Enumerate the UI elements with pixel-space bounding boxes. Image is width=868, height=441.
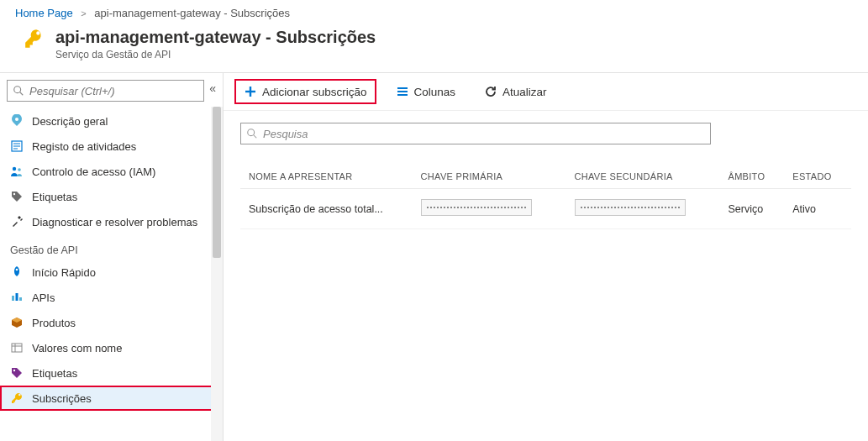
- sidebar-item-iam[interactable]: Controlo de acesso (IAM): [0, 159, 223, 184]
- svg-line-1: [20, 92, 24, 96]
- svg-point-7: [13, 167, 16, 171]
- col-secondary[interactable]: CHAVE SECUNDÁRIA: [566, 165, 720, 189]
- key-icon: [10, 391, 24, 405]
- sidebar-item-activity-log[interactable]: Registo de atividades: [0, 134, 223, 159]
- col-primary[interactable]: CHAVE PRIMÁRIA: [413, 165, 566, 189]
- diagnose-icon: [10, 215, 24, 228]
- svg-point-2: [15, 118, 18, 121]
- sidebar-item-label: Controlo de acesso (IAM): [32, 165, 155, 178]
- toolbar-label: Atualizar: [502, 86, 547, 98]
- sidebar-search-placeholder: Pesquisar (Ctrl+/): [29, 85, 115, 97]
- collapse-sidebar-icon[interactable]: «: [206, 78, 219, 98]
- masked-key[interactable]: [421, 199, 532, 216]
- masked-key[interactable]: [575, 199, 686, 216]
- cell-state: Ativo: [784, 189, 851, 229]
- content-search-input[interactable]: Pesquisa: [240, 123, 711, 144]
- svg-line-24: [254, 135, 257, 139]
- svg-point-17: [13, 370, 15, 371]
- sidebar-item-subscriptions[interactable]: Subscrições: [0, 386, 223, 411]
- breadcrumb: Home Page > api-management-gateway - Sub…: [0, 0, 868, 23]
- sidebar-item-label: Etiquetas: [32, 191, 77, 203]
- svg-point-0: [14, 87, 21, 93]
- refresh-icon: [484, 85, 497, 98]
- sidebar-section-api: Gestão de API: [0, 234, 223, 260]
- col-scope[interactable]: ÂMBITO: [720, 165, 785, 189]
- cell-primary-key: [413, 189, 566, 229]
- sidebar-item-label: APIs: [32, 291, 55, 304]
- overview-icon: [10, 114, 24, 128]
- sidebar-item-label: Registo de atividades: [32, 140, 136, 153]
- breadcrumb-separator: >: [81, 8, 86, 18]
- svg-point-8: [18, 168, 21, 171]
- sidebar-item-label: Etiquetas: [32, 367, 77, 380]
- svg-point-9: [13, 193, 15, 195]
- named-values-icon: [10, 341, 24, 354]
- page-header: api-management-gateway - Subscrições Ser…: [0, 23, 868, 72]
- sidebar-item-tags[interactable]: Etiquetas: [0, 184, 223, 209]
- refresh-button[interactable]: Atualizar: [477, 81, 554, 102]
- add-subscription-button[interactable]: Adicionar subscrição: [237, 81, 374, 102]
- sidebar-nav: Descrição geral Registo de atividades Co…: [0, 108, 223, 417]
- cell-scope: Serviço: [720, 189, 785, 229]
- breadcrumb-home[interactable]: Home Page: [15, 7, 73, 19]
- svg-point-10: [16, 269, 18, 271]
- sidebar-item-overview[interactable]: Descrição geral: [0, 108, 223, 134]
- tags-icon: [10, 366, 24, 380]
- key-icon: [24, 28, 45, 52]
- sidebar: « Pesquisar (Ctrl+/) Descrição geral Reg…: [0, 73, 224, 441]
- apis-icon: [10, 291, 24, 304]
- columns-icon: [396, 85, 409, 98]
- sidebar-search-input[interactable]: Pesquisar (Ctrl+/): [7, 80, 204, 102]
- sidebar-item-named-values[interactable]: Valores com nome: [0, 335, 223, 360]
- rocket-icon: [10, 265, 24, 279]
- table-row[interactable]: Subscrição de acesso total... Serviço At…: [240, 189, 851, 229]
- iam-icon: [10, 165, 24, 178]
- search-icon: [13, 85, 24, 97]
- toolbar-label: Colunas: [414, 86, 456, 98]
- svg-rect-12: [16, 293, 18, 301]
- sidebar-item-quickstart[interactable]: Início Rápido: [0, 260, 223, 285]
- sidebar-item-label: Subscrições: [32, 392, 92, 405]
- cell-name: Subscrição de acesso total...: [240, 189, 413, 229]
- sidebar-item-diagnose[interactable]: Diagnosticar e resolver problemas: [0, 209, 223, 234]
- sidebar-item-label: Produtos: [32, 317, 76, 329]
- toolbar: Adicionar subscrição Colunas Atualizar: [224, 73, 868, 111]
- sidebar-item-apis[interactable]: APIs: [0, 285, 223, 310]
- plus-icon: [244, 85, 257, 98]
- toolbar-label: Adicionar subscrição: [262, 86, 367, 98]
- page-subtitle: Serviço da Gestão de API: [55, 49, 376, 60]
- products-icon: [10, 316, 24, 329]
- subscriptions-table: NOME A APRESENTAR CHAVE PRIMÁRIA CHAVE S…: [240, 165, 851, 229]
- sidebar-item-label: Descrição geral: [32, 115, 108, 128]
- sidebar-item-products[interactable]: Produtos: [0, 310, 223, 335]
- content-pane: Adicionar subscrição Colunas Atualizar P…: [224, 73, 868, 441]
- page-title: api-management-gateway - Subscrições: [55, 28, 376, 47]
- search-icon: [246, 128, 258, 139]
- svg-rect-11: [12, 296, 14, 301]
- breadcrumb-current: api-management-gateway - Subscrições: [94, 7, 290, 19]
- sidebar-item-api-tags[interactable]: Etiquetas: [0, 360, 223, 386]
- svg-rect-13: [19, 297, 22, 301]
- columns-button[interactable]: Colunas: [389, 81, 463, 102]
- content-search-placeholder: Pesquisa: [263, 128, 308, 140]
- col-name[interactable]: NOME A APRESENTAR: [240, 165, 413, 189]
- tags-icon: [10, 190, 24, 203]
- sidebar-scrollbar[interactable]: [211, 107, 223, 441]
- activity-log-icon: [10, 139, 24, 153]
- cell-secondary-key: [566, 189, 720, 229]
- sidebar-item-label: Diagnosticar e resolver problemas: [32, 216, 197, 228]
- svg-rect-14: [12, 344, 22, 352]
- sidebar-item-label: Valores com nome: [32, 342, 122, 354]
- svg-point-23: [248, 129, 255, 136]
- sidebar-item-label: Início Rápido: [32, 266, 96, 279]
- col-state[interactable]: ESTADO: [784, 165, 851, 189]
